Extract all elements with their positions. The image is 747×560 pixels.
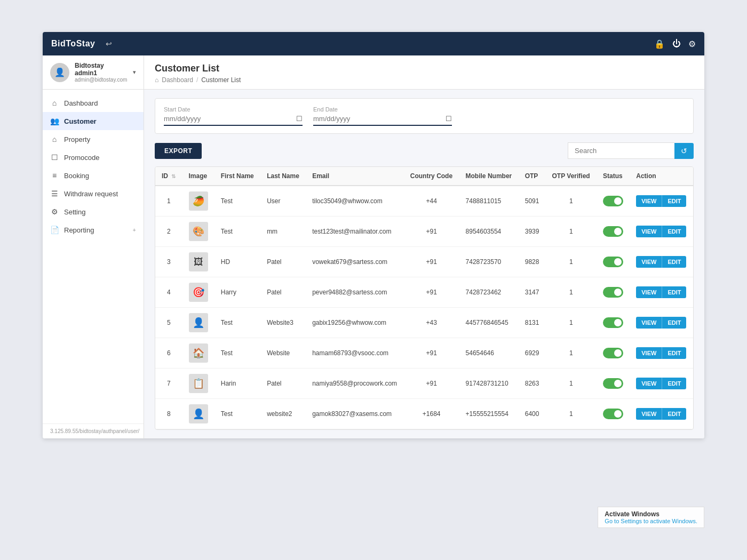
cell-action: VIEW EDIT bbox=[630, 277, 693, 308]
cell-status bbox=[597, 247, 630, 277]
edit-button[interactable]: EDIT bbox=[662, 317, 686, 329]
sidebar-nav: ⌂ Dashboard 👥 Customer ⌂ Property ☐ Prom… bbox=[43, 90, 144, 243]
cell-otp: 8263 bbox=[519, 369, 546, 399]
property-icon: ⌂ bbox=[50, 135, 59, 143]
status-toggle[interactable] bbox=[603, 378, 623, 389]
sidebar-item-withdraw[interactable]: ☰ Withdraw request bbox=[43, 185, 144, 203]
view-button[interactable]: VIEW bbox=[636, 347, 662, 359]
cell-otp: 9828 bbox=[519, 247, 546, 277]
edit-button[interactable]: EDIT bbox=[662, 256, 686, 268]
status-toggle[interactable] bbox=[603, 409, 623, 419]
edit-button[interactable]: EDIT bbox=[662, 408, 686, 420]
breadcrumb-current: Customer List bbox=[201, 76, 241, 84]
table-row: 6 🏠 Test Website hamam68793@vsooc.com +9… bbox=[155, 338, 693, 369]
table-row: 2 🎨 Test mm test123test@mailinator.com +… bbox=[155, 217, 693, 247]
sidebar-item-property[interactable]: ⌂ Property bbox=[43, 130, 144, 148]
start-date-calendar-icon[interactable]: ☐ bbox=[296, 115, 303, 123]
status-toggle[interactable] bbox=[603, 257, 623, 267]
sidebar-item-label: Customer bbox=[64, 117, 97, 125]
status-toggle[interactable] bbox=[603, 226, 623, 237]
cell-mobile: 54654646 bbox=[459, 338, 519, 369]
sidebar-email: admin@bidtostay.com bbox=[75, 77, 128, 83]
cell-status bbox=[597, 186, 630, 217]
view-button[interactable]: VIEW bbox=[636, 408, 662, 420]
sidebar-item-reporting[interactable]: 📄 Reporting + bbox=[43, 221, 144, 239]
view-button[interactable]: VIEW bbox=[636, 256, 662, 268]
customer-table: ID ⇅ Image First Name Last Name Email Co… bbox=[155, 166, 694, 430]
navbar-back-arrow[interactable]: ↩ bbox=[106, 39, 112, 48]
activate-windows-title: Activate Windows bbox=[605, 510, 697, 518]
status-toggle[interactable] bbox=[603, 348, 623, 358]
sidebar-user[interactable]: 👤 Bidtostay admin1 admin@bidtostay.com ▾ bbox=[43, 55, 144, 90]
lock-icon[interactable]: 🔒 bbox=[654, 39, 665, 49]
reporting-icon: 📄 bbox=[50, 226, 59, 234]
view-button[interactable]: VIEW bbox=[636, 317, 662, 329]
sidebar-item-booking[interactable]: ≡ Booking bbox=[43, 166, 144, 185]
cell-otp: 6929 bbox=[519, 338, 546, 369]
cell-otp-verified: 1 bbox=[546, 369, 597, 399]
cell-otp-verified: 1 bbox=[546, 186, 597, 217]
col-mobile: Mobile Number bbox=[459, 167, 519, 186]
sidebar-item-dashboard[interactable]: ⌂ Dashboard bbox=[43, 94, 144, 112]
search-input[interactable] bbox=[568, 142, 674, 159]
status-toggle[interactable] bbox=[603, 317, 623, 328]
sidebar-item-setting[interactable]: ⚙ Setting bbox=[43, 203, 144, 221]
view-button[interactable]: VIEW bbox=[636, 195, 662, 207]
sidebar-item-label: Dashboard bbox=[64, 99, 98, 107]
start-date-input[interactable] bbox=[164, 115, 293, 123]
cell-last-name: Website3 bbox=[260, 308, 306, 338]
avatar: 👤 bbox=[50, 63, 69, 82]
cell-first-name: Harin bbox=[214, 369, 260, 399]
sidebar-item-customer[interactable]: 👥 Customer bbox=[43, 112, 144, 130]
end-date-label: End Date bbox=[313, 106, 452, 113]
row-avatar: 🏠 bbox=[189, 343, 208, 363]
edit-button[interactable]: EDIT bbox=[662, 347, 686, 359]
cell-country-code: +1684 bbox=[404, 399, 459, 429]
view-button[interactable]: VIEW bbox=[636, 286, 662, 298]
breadcrumb-dashboard[interactable]: Dashboard bbox=[162, 76, 193, 84]
cell-otp-verified: 1 bbox=[546, 277, 597, 308]
cell-email: gamok83027@xasems.com bbox=[306, 399, 404, 429]
cell-mobile: 7428723462 bbox=[459, 277, 519, 308]
cell-otp-verified: 1 bbox=[546, 399, 597, 429]
sidebar-username: Bidtostay admin1 bbox=[75, 62, 128, 77]
cell-last-name: User bbox=[260, 186, 306, 217]
promocode-icon: ☐ bbox=[50, 153, 59, 162]
cell-email: hamam68793@vsooc.com bbox=[306, 338, 404, 369]
cell-country-code: +91 bbox=[404, 277, 459, 308]
edit-button[interactable]: EDIT bbox=[662, 378, 686, 389]
status-toggle[interactable] bbox=[603, 196, 623, 206]
export-button[interactable]: EXPORT bbox=[155, 143, 202, 159]
view-button[interactable]: VIEW bbox=[636, 226, 662, 237]
activate-windows-link[interactable]: Go to Settings to activate Windows. bbox=[605, 518, 697, 524]
sidebar-item-promocode[interactable]: ☐ Promocode bbox=[43, 148, 144, 166]
edit-button[interactable]: EDIT bbox=[662, 195, 686, 207]
user-chevron-icon[interactable]: ▾ bbox=[133, 69, 136, 76]
col-last-name: Last Name bbox=[260, 167, 306, 186]
end-date-input[interactable] bbox=[313, 115, 442, 123]
edit-button[interactable]: EDIT bbox=[662, 286, 686, 298]
cell-last-name: website2 bbox=[260, 399, 306, 429]
edit-button[interactable]: EDIT bbox=[662, 226, 686, 237]
status-toggle[interactable] bbox=[603, 287, 623, 298]
table-row: 4 🎯 Harry Patel pever94882@sartess.com +… bbox=[155, 277, 693, 308]
view-button[interactable]: VIEW bbox=[636, 378, 662, 389]
end-date-calendar-icon[interactable]: ☐ bbox=[446, 115, 452, 123]
cell-image: 🖼 bbox=[182, 247, 214, 277]
cell-otp: 3939 bbox=[519, 217, 546, 247]
cell-country-code: +43 bbox=[404, 308, 459, 338]
power-icon[interactable]: ⏻ bbox=[672, 39, 681, 49]
cell-id: 1 bbox=[155, 186, 182, 217]
settings-icon[interactable]: ⚙ bbox=[688, 39, 696, 49]
cell-country-code: +91 bbox=[404, 369, 459, 399]
breadcrumb-separator: / bbox=[196, 76, 198, 84]
row-avatar: 🎨 bbox=[189, 222, 208, 241]
search-button[interactable]: ↺ bbox=[674, 143, 694, 159]
cell-first-name: HD bbox=[214, 247, 260, 277]
table-row: 7 📋 Harin Patel namiya9558@procowork.com… bbox=[155, 369, 693, 399]
cell-id: 2 bbox=[155, 217, 182, 247]
cell-id: 5 bbox=[155, 308, 182, 338]
brand-logo: BidToStay bbox=[51, 39, 95, 49]
page-header: Customer List ⌂ Dashboard / Customer Lis… bbox=[144, 55, 704, 90]
cell-first-name: Harry bbox=[214, 277, 260, 308]
